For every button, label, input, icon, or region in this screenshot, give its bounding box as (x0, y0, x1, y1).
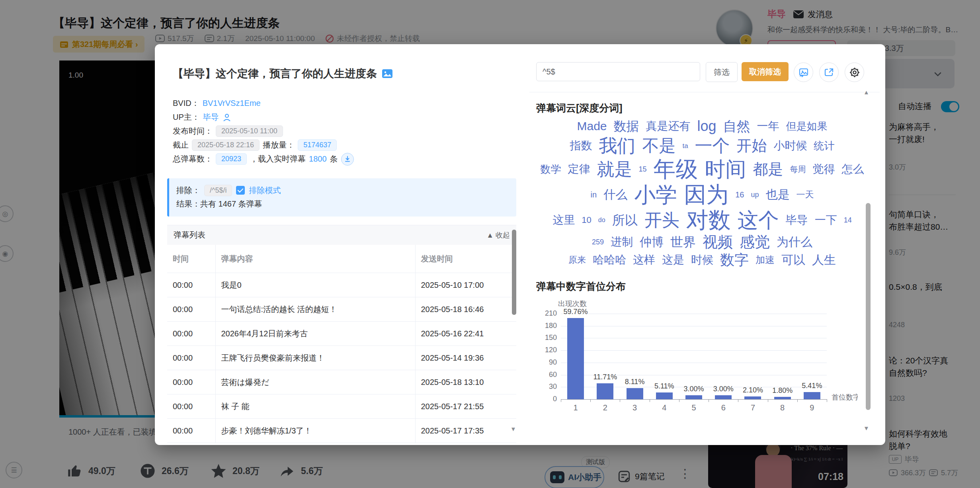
download-button[interactable] (341, 153, 354, 166)
cloud-word: 一下 (815, 215, 837, 226)
cloud-word: 小学 (634, 184, 677, 205)
cloud-word: 所以 (612, 214, 638, 226)
bar-value-label: 5.41% (794, 382, 830, 390)
open-window-button[interactable] (819, 62, 839, 82)
cancel-filter-button[interactable]: 取消筛选 (742, 62, 789, 81)
cloud-word: do (598, 217, 605, 223)
x-tick-label: 3 (620, 403, 649, 412)
danmaku-analysis-modal: 【毕导】这个定律，预言了你的人生进度条 BVID： BV1VrVSz1Eme U… (155, 44, 885, 445)
table-scrollbar[interactable] (512, 230, 516, 315)
modal-title: 【毕导】这个定律，预言了你的人生进度条 (173, 66, 393, 81)
gridline (561, 363, 827, 363)
table-row[interactable]: 00:00一句话总结:活的越长 活的越短！2025-05-18 16:46 (167, 297, 516, 322)
cloud-word: log (697, 119, 716, 133)
exclude-mode-checkbox[interactable] (236, 186, 245, 195)
axis-tick (709, 399, 709, 402)
bvid-link[interactable]: BV1VrVSz1Eme (203, 99, 261, 108)
total-danmaku-row: 总弹幕数： 20923 ，载入实时弹幕 1800 条 (173, 152, 354, 166)
table-row[interactable]: 00:00我是02025-05-10 17:00 (167, 273, 516, 297)
chart-bar (744, 396, 761, 399)
publish-time-value[interactable]: 2025-05-10 11:00 (216, 125, 283, 137)
play-count-value[interactable]: 5174637 (298, 139, 337, 151)
axis-tick (620, 399, 620, 402)
uploader-link[interactable]: 毕导 (203, 112, 219, 123)
cloud-row: in什么小学因为16up也是一天 (591, 183, 814, 206)
word-cloud-title: 弹幕词云[深度分词] (536, 102, 623, 115)
axis-tick (738, 399, 738, 402)
panel-scroll-up-icon[interactable]: ▲ (863, 89, 869, 96)
cloud-word: 感觉 (740, 234, 770, 250)
table-row[interactable]: 00:00芸術は爆発だ2025-05-18 13:10 (167, 370, 516, 394)
col-sent[interactable]: 发送时间 (415, 245, 516, 273)
cloud-word: 毕导 (786, 215, 808, 226)
total-danmaku-value[interactable]: 20923 (216, 153, 247, 165)
cloud-word: 10 (582, 216, 591, 224)
cloud-word: 数字 (720, 253, 749, 267)
cloud-word: 14 (844, 217, 852, 224)
exclude-row: 排除： /^5$/i 排除模式 (176, 183, 509, 197)
person-icon[interactable] (222, 113, 232, 122)
cloud-word: 也是 (765, 189, 789, 201)
cloud-row: 数学定律就是15年级时间都是每周觉得怎么 (540, 158, 864, 180)
y-tick-label: 150 (536, 334, 557, 342)
table-row[interactable]: 00:002026年4月12日前来考古2025-05-16 22:41 (167, 322, 516, 346)
gear-icon (849, 67, 860, 78)
cloud-word: 指数 (570, 140, 592, 151)
deadline-value[interactable]: 2025-05-18 22:16 (192, 139, 260, 151)
cloud-word: 加速 (755, 255, 775, 265)
chart-plot: 59.76%11.71%8.11%5.11%3.00%3.00%2.10%1.8… (561, 314, 827, 400)
cloud-word: 16 (735, 191, 744, 199)
cloud-word: 开头 (644, 211, 679, 229)
cloud-word: 每周 (790, 165, 806, 173)
chart-area: 出现次数 59.76%11.71%8.11%5.11%3.00%3.00%2.1… (536, 280, 859, 427)
y-tick-label: 120 (536, 346, 557, 354)
cloud-word: 一年 (757, 121, 779, 132)
result-text: 结果：共有 1467 条弹幕 (176, 199, 262, 209)
filter-button[interactable]: 筛选 (706, 62, 738, 82)
exclude-pattern[interactable]: /^5$/i (204, 185, 232, 196)
cloud-word: 数学 (540, 164, 561, 174)
cloud-word: 哈哈哈 (593, 254, 626, 265)
table-row[interactable]: 00:00袜 子 能2025-05-17 21:55 (167, 394, 516, 419)
y-tick-label: 30 (536, 383, 557, 391)
cloud-word: 进制 (611, 236, 633, 248)
image-icon[interactable] (382, 69, 393, 78)
result-row: 结果：共有 1467 条弹幕 (176, 197, 509, 211)
settings-button[interactable] (845, 62, 864, 82)
cloud-word: 视频 (703, 234, 733, 250)
table-row[interactable]: 00:00步豪！刘德华解冻1/3了！2025-05-17 17:35 (167, 419, 516, 443)
y-tick-label: 60 (536, 371, 557, 379)
cloud-word: 都是 (753, 162, 783, 177)
exclude-mode-label[interactable]: 排除模式 (249, 185, 281, 196)
collapse-button[interactable]: ▲ 收起 (486, 230, 510, 240)
cloud-word: 为什么 (777, 236, 812, 248)
search-input[interactable] (536, 62, 700, 81)
chart-x-axis-label: 首位数字 (832, 392, 858, 402)
col-content[interactable]: 弹幕内容 (215, 245, 415, 273)
publish-row: 发布时间： 2025-05-10 11:00 (173, 124, 283, 138)
panel-scrollbar[interactable] (866, 203, 871, 410)
page: 【毕导】这个定律，预言了你的人生进度条 第321期每周必看 › 517.5万 2… (0, 0, 980, 488)
y-tick-label: 90 (536, 358, 557, 367)
chart-bar (597, 383, 613, 399)
danmaku-list-header: 弹幕列表 ▲ 收起 (167, 225, 516, 245)
x-tick-label: 7 (738, 403, 767, 412)
cloud-word: 这是 (662, 254, 684, 265)
cloud-word: Made (577, 120, 607, 132)
cloud-word: up (751, 191, 759, 198)
cloud-word: 因为 (684, 183, 728, 206)
download-icon (344, 156, 351, 162)
axis-tick (827, 399, 827, 402)
col-time[interactable]: 时间 (167, 245, 215, 273)
chart-y-axis-label: 出现次数 (558, 299, 587, 308)
export-image-button[interactable] (794, 62, 813, 82)
danmaku-table: 时间 弹幕内容 发送时间 00:00我是02025-05-10 17:00 00… (167, 245, 516, 443)
table-scroll-down-icon[interactable]: ▼ (510, 426, 516, 432)
panel-scroll-down-icon[interactable]: ▼ (863, 425, 869, 431)
cloud-word: 自然 (723, 119, 750, 133)
cloud-word: 统计 (814, 141, 835, 151)
window-export-icon (824, 67, 834, 78)
table-row[interactable]: 00:00王牌飞行员樊俊豪前来报道！2025-05-14 19:36 (167, 346, 516, 370)
cloud-word: 一天 (796, 190, 814, 199)
cloud-word: 这个 (738, 210, 779, 230)
